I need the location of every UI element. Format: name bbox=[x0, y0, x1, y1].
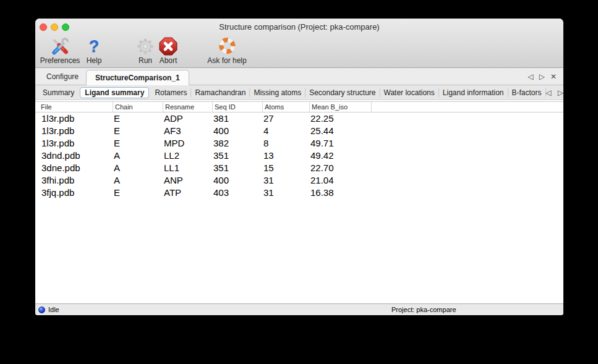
subtab-bar: Summary Ligand summary Rotamers Ramachan… bbox=[35, 85, 563, 100]
subtab-rotamers[interactable]: Rotamers bbox=[151, 88, 190, 97]
cell-chain: E bbox=[113, 187, 163, 199]
subtab-next-icon[interactable]: ▷ bbox=[558, 88, 563, 97]
tools-icon bbox=[49, 35, 70, 57]
cell-chain: A bbox=[113, 150, 163, 162]
cell-file: 3fhi.pdb bbox=[35, 174, 113, 187]
project-label: Project: pka-compare bbox=[391, 304, 456, 315]
cell-atoms: 4 bbox=[262, 125, 309, 137]
cell-seq-id: 351 bbox=[212, 150, 262, 162]
cell-mean-b-iso: 49.71 bbox=[309, 137, 371, 150]
cell-file: 1l3r.pdb bbox=[35, 125, 113, 137]
table-row[interactable]: 3dnd.pdb A LL2 351 13 49.42 bbox=[35, 150, 563, 162]
cell-seq-id: 351 bbox=[212, 162, 262, 174]
column-header-resname[interactable]: Resname bbox=[163, 102, 212, 112]
ligand-summary-panel: File Chain Resname Seq ID Atoms Mean B_i… bbox=[35, 100, 563, 303]
minimize-window-button[interactable] bbox=[51, 23, 58, 31]
main-tab-bar: Configure StructureComparison_1 ◁ ▷ ✕ bbox=[35, 68, 563, 85]
window-chrome: Structure comparison (Project: pka-compa… bbox=[35, 19, 563, 68]
tab-configure[interactable]: Configure bbox=[39, 69, 86, 85]
preferences-label: Preferences bbox=[40, 57, 80, 65]
cell-resname: ANP bbox=[163, 174, 212, 187]
table-row[interactable]: 3fjq.pdb E ATP 403 31 16.38 bbox=[35, 187, 563, 199]
cell-seq-id: 403 bbox=[212, 187, 262, 199]
zoom-window-button[interactable] bbox=[62, 23, 69, 31]
table-row[interactable]: 3fhi.pdb A ANP 400 31 21.04 bbox=[35, 174, 563, 187]
cell-resname: LL2 bbox=[163, 150, 212, 162]
gear-icon bbox=[135, 35, 155, 57]
cell-mean-b-iso: 25.44 bbox=[309, 125, 371, 137]
cell-chain: E bbox=[113, 112, 163, 125]
life-ring-icon bbox=[217, 35, 237, 57]
column-header-file[interactable]: File bbox=[35, 102, 113, 112]
cell-file: 3dne.pdb bbox=[35, 162, 113, 174]
traffic-lights bbox=[40, 23, 69, 31]
subtab-ramachandran[interactable]: Ramachandran bbox=[191, 88, 249, 97]
close-window-button[interactable] bbox=[40, 23, 47, 31]
app-window: Structure comparison (Project: pka-compa… bbox=[35, 19, 563, 315]
cell-atoms: 8 bbox=[262, 137, 309, 150]
tab-prev-icon[interactable]: ◁ bbox=[528, 72, 533, 81]
ask-for-help-button[interactable]: Ask for help bbox=[207, 35, 246, 65]
cell-chain: E bbox=[113, 137, 163, 150]
abort-button[interactable]: Abort bbox=[158, 35, 178, 65]
tab-structure-comparison[interactable]: StructureComparison_1 bbox=[86, 70, 189, 85]
cell-atoms: 13 bbox=[262, 150, 309, 162]
cell-resname: AF3 bbox=[163, 125, 212, 137]
tab-nav: ◁ ▷ ✕ bbox=[528, 72, 563, 81]
help-label: Help bbox=[87, 57, 102, 65]
cell-resname: MPD bbox=[163, 137, 212, 150]
table-row[interactable]: 1l3r.pdb E MPD 382 8 49.71 bbox=[35, 137, 563, 150]
cell-seq-id: 400 bbox=[212, 125, 262, 137]
cell-chain: A bbox=[113, 174, 163, 187]
cell-seq-id: 400 bbox=[212, 174, 262, 187]
cell-seq-id: 382 bbox=[212, 137, 262, 150]
column-header-mean-b-iso[interactable]: Mean B_iso bbox=[309, 102, 371, 112]
cell-resname: LL1 bbox=[163, 162, 212, 174]
cell-mean-b-iso: 16.38 bbox=[309, 187, 371, 199]
table-row[interactable]: 1l3r.pdb E AF3 400 4 25.44 bbox=[35, 125, 563, 137]
cell-atoms: 15 bbox=[262, 162, 309, 174]
tab-close-icon[interactable]: ✕ bbox=[550, 72, 557, 81]
tab-next-icon[interactable]: ▷ bbox=[539, 72, 545, 81]
abort-octagon-icon bbox=[158, 35, 178, 57]
cell-chain: E bbox=[113, 125, 163, 137]
cell-file: 1l3r.pdb bbox=[35, 137, 113, 150]
cell-atoms: 31 bbox=[262, 187, 309, 199]
table-row[interactable]: 3dne.pdb A LL1 351 15 22.70 bbox=[35, 162, 563, 174]
cell-chain: A bbox=[113, 162, 163, 174]
column-header-empty bbox=[371, 102, 563, 112]
run-button[interactable]: Run bbox=[135, 35, 155, 65]
subtab-missing-atoms[interactable]: Missing atoms bbox=[250, 88, 305, 97]
cell-file: 3dnd.pdb bbox=[35, 150, 113, 162]
cell-atoms: 31 bbox=[262, 174, 309, 187]
cell-resname: ATP bbox=[163, 187, 212, 199]
cell-file: 1l3r.pdb bbox=[35, 112, 113, 125]
preferences-button[interactable]: Preferences bbox=[40, 35, 80, 65]
run-label: Run bbox=[139, 57, 152, 65]
abort-label: Abort bbox=[160, 57, 177, 65]
ask-for-help-label: Ask for help bbox=[207, 57, 246, 65]
column-header-seq-id[interactable]: Seq ID bbox=[212, 102, 262, 112]
subtab-nav: ◁ ▷ bbox=[546, 88, 563, 97]
subtab-b-factors[interactable]: B-factors bbox=[508, 88, 545, 97]
titlebar: Structure comparison (Project: pka-compa… bbox=[35, 19, 563, 35]
cell-mean-b-iso: 21.04 bbox=[309, 174, 371, 187]
subtab-secondary-structure[interactable]: Secondary structure bbox=[305, 88, 379, 97]
cell-mean-b-iso: 22.25 bbox=[309, 112, 371, 125]
status-bar: Idle Project: pka-compare bbox=[35, 303, 563, 315]
cell-atoms: 27 bbox=[262, 112, 309, 125]
help-button[interactable]: ? Help bbox=[87, 35, 102, 65]
window-title: Structure comparison (Project: pka-compa… bbox=[35, 19, 563, 35]
toolbar: Preferences ? Help bbox=[35, 35, 563, 67]
subtab-summary[interactable]: Summary bbox=[39, 88, 78, 97]
subtab-ligand-information[interactable]: Ligand information bbox=[439, 88, 508, 97]
table-row[interactable]: 1l3r.pdb E ADP 381 27 22.25 bbox=[35, 112, 563, 125]
question-icon: ? bbox=[89, 35, 100, 57]
column-header-chain[interactable]: Chain bbox=[113, 102, 163, 112]
subtab-ligand-summary[interactable]: Ligand summary bbox=[80, 87, 149, 98]
subtab-water-locations[interactable]: Water locations bbox=[380, 88, 438, 97]
cell-mean-b-iso: 49.42 bbox=[309, 150, 371, 162]
column-header-atoms[interactable]: Atoms bbox=[262, 102, 309, 112]
subtab-prev-icon[interactable]: ◁ bbox=[546, 88, 552, 97]
status-text: Idle bbox=[48, 304, 59, 315]
